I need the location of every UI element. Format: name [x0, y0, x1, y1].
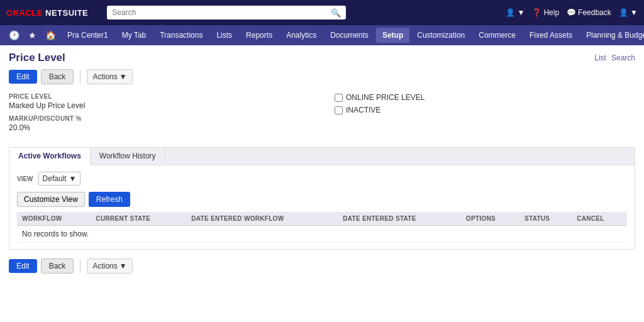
divider [80, 70, 80, 83]
edit-button[interactable]: Edit [9, 70, 37, 84]
nav-item-documents[interactable]: Documents [324, 28, 375, 43]
table-body: No records to show. [17, 226, 627, 243]
nav-item-mytab[interactable]: My Tab [116, 28, 152, 43]
price-level-field: PRICE LEVEL Marked Up Price Level [9, 93, 309, 110]
search-icon: 🔍 [331, 8, 341, 18]
col-date-entered-workflow: DATE ENTERED WORKFLOW [186, 212, 338, 226]
table-no-records-row: No records to show. [17, 226, 627, 243]
nav-item-fixedassets[interactable]: Fixed Assets [523, 28, 579, 43]
nav-item-setup[interactable]: Setup [376, 28, 409, 43]
online-price-level-label: ONLINE PRICE LEVEL [346, 93, 425, 102]
col-current-state: CURRENT STATE [91, 212, 186, 226]
back-button[interactable]: Back [41, 69, 74, 84]
page-content: Price Level List Search Edit Back Action… [0, 45, 644, 322]
clock-icon[interactable]: 🕐 [5, 28, 23, 43]
bottom-back-button[interactable]: Back [41, 258, 74, 274]
col-date-entered-state: DATE ENTERED STATE [338, 212, 461, 226]
markup-field: MARKUP/DISCOUNT % 20.0% [9, 115, 309, 132]
col-status: STATUS [519, 212, 572, 226]
tabs-section: Active Workflows Workflow History VIEW D… [9, 147, 635, 250]
search-link[interactable]: Search [611, 53, 635, 62]
top-btn-row: Edit Back Actions ▼ [9, 69, 635, 84]
no-records-cell: No records to show. [17, 226, 627, 243]
list-link[interactable]: List [594, 53, 606, 62]
form-left: PRICE LEVEL Marked Up Price Level MARKUP… [9, 93, 309, 137]
page-header: Price Level List Search [9, 52, 635, 64]
profile-btn[interactable]: 👤 ▼ [619, 8, 638, 17]
nav-item-planning[interactable]: Planning & Budgeting [580, 28, 644, 43]
page-title: Price Level [9, 52, 65, 64]
table-header: WORKFLOW CURRENT STATE DATE ENTERED WORK… [17, 212, 627, 226]
col-cancel: CANCEL [572, 212, 627, 226]
chevron-down-icon: ▼ [119, 72, 127, 81]
inactive-row[interactable]: INACTIVE [335, 106, 635, 114]
user-icon-btn[interactable]: 👤 ▼ [506, 8, 525, 17]
home-icon[interactable]: 🏠 [42, 28, 60, 43]
view-label: VIEW [17, 175, 33, 182]
bottom-btn-row: Edit Back Actions ▼ [9, 258, 635, 274]
inactive-label: INACTIVE [346, 106, 380, 114]
online-price-level-checkbox[interactable] [335, 94, 343, 102]
nav-item-customization[interactable]: Customization [411, 28, 471, 43]
nav-item-analytics[interactable]: Analytics [280, 28, 323, 43]
view-row: VIEW Default ▼ [17, 172, 627, 186]
top-bar: ORACLE NETSUITE 🔍 👤 ▼ ❓ Help 💬 Feedback … [0, 0, 644, 25]
online-price-level-row[interactable]: ONLINE PRICE LEVEL [335, 93, 635, 102]
nav-item-pracenter1[interactable]: Pra Center1 [61, 28, 114, 43]
help-btn[interactable]: ❓ Help [532, 8, 559, 17]
table-header-row: WORKFLOW CURRENT STATE DATE ENTERED WORK… [17, 212, 627, 226]
bottom-actions-dropdown[interactable]: Actions ▼ [87, 258, 132, 274]
inactive-checkbox[interactable] [335, 106, 343, 114]
markup-value: 20.0% [9, 123, 309, 132]
tabs-header: Active Workflows Workflow History [9, 148, 635, 165]
customize-view-button[interactable]: Customize View [17, 192, 85, 207]
price-level-value: Marked Up Price Level [9, 101, 309, 110]
refresh-button[interactable]: Refresh [89, 192, 130, 207]
tab-workflow-history[interactable]: Workflow History [91, 148, 165, 165]
bottom-edit-button[interactable]: Edit [9, 259, 37, 273]
workflows-table: WORKFLOW CURRENT STATE DATE ENTERED WORK… [17, 212, 627, 243]
bottom-chevron-down-icon: ▼ [119, 262, 127, 270]
view-default-label: Default [43, 174, 67, 183]
feedback-btn[interactable]: 💬 Feedback [567, 8, 611, 17]
tab-active-workflows[interactable]: Active Workflows [9, 148, 91, 165]
nav-item-reports[interactable]: Reports [240, 28, 279, 43]
search-bar[interactable]: 🔍 [107, 6, 346, 19]
actions-dropdown[interactable]: Actions ▼ [87, 69, 132, 84]
search-input[interactable] [107, 6, 346, 19]
nav-bar: 🕐 ★ 🏠 Pra Center1 My Tab Transactions Li… [0, 25, 644, 45]
form-right: ONLINE PRICE LEVEL INACTIVE [335, 93, 635, 137]
star-icon[interactable]: ★ [25, 28, 40, 43]
view-chevron-icon: ▼ [69, 174, 77, 183]
col-options: OPTIONS [461, 212, 519, 226]
tab-content-active-workflows: VIEW Default ▼ Customize View Refresh WO… [9, 165, 635, 249]
view-select[interactable]: Default ▼ [38, 172, 81, 186]
nav-item-transactions[interactable]: Transactions [153, 28, 209, 43]
table-actions: Customize View Refresh [17, 192, 627, 207]
header-actions: List Search [594, 53, 635, 62]
bottom-divider [80, 260, 80, 272]
price-level-label: PRICE LEVEL [9, 93, 309, 100]
form-section: PRICE LEVEL Marked Up Price Level MARKUP… [9, 93, 635, 137]
col-workflow: WORKFLOW [17, 212, 91, 226]
top-bar-right: 👤 ▼ ❓ Help 💬 Feedback 👤 ▼ [506, 8, 638, 17]
nav-item-lists[interactable]: Lists [210, 28, 238, 43]
nav-item-commerce[interactable]: Commerce [472, 28, 522, 43]
logo: ORACLE NETSUITE [6, 8, 88, 18]
markup-label: MARKUP/DISCOUNT % [9, 115, 309, 122]
